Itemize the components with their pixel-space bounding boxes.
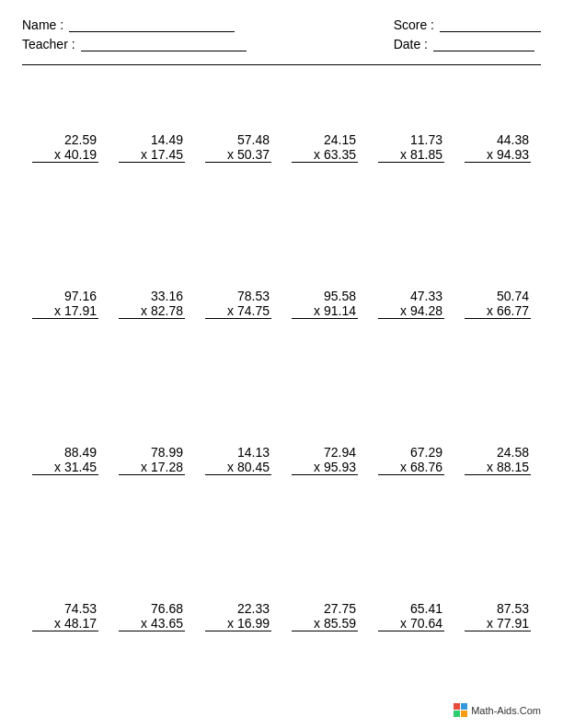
name-label: Name : — [22, 17, 63, 32]
problem-bottom-number: x 74.75 — [205, 303, 271, 319]
problem-3-6: 24.58x 88.15 — [465, 445, 531, 475]
problem-bottom-number: x 31.45 — [32, 460, 98, 475]
problem-bottom-number: x 70.64 — [378, 616, 444, 631]
problem-bottom-number: x 17.45 — [119, 147, 185, 163]
score-line — [440, 17, 541, 32]
problem-2-6: 50.74x 66.77 — [465, 289, 531, 319]
problem-top-number: 14.13 — [237, 445, 271, 460]
problem-top-number: 24.15 — [324, 132, 358, 147]
problem-3-1: 88.49x 31.45 — [32, 445, 98, 475]
header: Name : Teacher : Score : Date : — [22, 17, 541, 51]
date-row: Date : — [394, 36, 541, 51]
problems-area: 22.59x 40.1914.49x 17.4557.48x 50.3724.1… — [22, 65, 541, 698]
problem-2-4: 95.58x 91.14 — [292, 289, 358, 319]
problem-4-2: 76.68x 43.65 — [119, 601, 185, 631]
score-label: Score : — [394, 17, 434, 32]
problem-row-4: 74.53x 48.1776.68x 43.6522.33x 16.9927.7… — [22, 601, 541, 631]
problem-top-number: 97.16 — [64, 289, 98, 303]
problem-bottom-number: x 16.99 — [205, 616, 271, 631]
problem-bottom-number: x 66.77 — [465, 303, 531, 319]
problem-top-number: 76.68 — [151, 601, 185, 616]
problem-bottom-number: x 94.93 — [465, 147, 531, 163]
problem-bottom-number: x 17.91 — [32, 303, 98, 319]
problem-bottom-number: x 81.85 — [378, 147, 444, 163]
problem-bottom-number: x 63.35 — [292, 147, 358, 163]
problem-2-1: 97.16x 17.91 — [32, 289, 98, 319]
logo: Math-Aids.Com — [454, 703, 541, 717]
problem-1-5: 11.73x 81.85 — [378, 132, 444, 163]
logo-text: Math-Aids.Com — [471, 705, 541, 716]
problem-top-number: 22.33 — [237, 601, 271, 616]
problem-1-3: 57.48x 50.37 — [205, 132, 271, 163]
problem-1-1: 22.59x 40.19 — [32, 132, 98, 163]
problem-3-5: 67.29x 68.76 — [378, 445, 444, 475]
problem-2-2: 33.16x 82.78 — [119, 289, 185, 319]
problem-2-5: 47.33x 94.28 — [378, 289, 444, 319]
problem-bottom-number: x 48.17 — [32, 616, 98, 631]
logo-cell-1 — [454, 703, 460, 710]
problem-top-number: 44.38 — [497, 132, 531, 147]
problem-top-number: 57.48 — [237, 132, 271, 147]
name-row: Name : — [22, 17, 247, 32]
problem-bottom-number: x 17.28 — [119, 460, 185, 475]
logo-cell-2 — [461, 703, 467, 710]
problem-4-5: 65.41x 70.64 — [378, 601, 444, 631]
problem-bottom-number: x 68.76 — [378, 460, 444, 475]
problem-2-3: 78.53x 74.75 — [205, 289, 271, 319]
problem-top-number: 78.53 — [237, 289, 271, 303]
logo-cell-4 — [461, 711, 467, 717]
problem-bottom-number: x 91.14 — [292, 303, 358, 319]
logo-grid — [454, 703, 467, 717]
problem-top-number: 72.94 — [324, 445, 358, 460]
problem-top-number: 87.53 — [497, 601, 531, 616]
problem-top-number: 24.58 — [497, 445, 531, 460]
problem-4-1: 74.53x 48.17 — [32, 601, 98, 631]
problem-bottom-number: x 88.15 — [465, 460, 531, 475]
problem-1-2: 14.49x 17.45 — [119, 132, 185, 163]
name-line — [69, 17, 235, 32]
header-left: Name : Teacher : — [22, 17, 247, 51]
problem-3-3: 14.13x 80.45 — [205, 445, 271, 475]
problem-3-4: 72.94x 95.93 — [292, 445, 358, 475]
problem-top-number: 14.49 — [151, 132, 185, 147]
problem-top-number: 11.73 — [410, 132, 444, 147]
problem-4-4: 27.75x 85.59 — [292, 601, 358, 631]
problem-bottom-number: x 82.78 — [119, 303, 185, 319]
score-row: Score : — [394, 17, 541, 32]
problem-bottom-number: x 94.28 — [378, 303, 444, 319]
page: Name : Teacher : Score : Date : 22.59x 4… — [0, 0, 563, 728]
problem-bottom-number: x 40.19 — [32, 147, 98, 163]
date-label: Date : — [394, 37, 428, 51]
problem-row-2: 97.16x 17.9133.16x 82.7878.53x 74.7595.5… — [22, 289, 541, 319]
problem-bottom-number: x 95.93 — [292, 460, 358, 475]
problem-bottom-number: x 77.91 — [465, 616, 531, 631]
problem-row-3: 88.49x 31.4578.99x 17.2814.13x 80.4572.9… — [22, 445, 541, 475]
problem-top-number: 74.53 — [64, 601, 98, 616]
teacher-label: Teacher : — [22, 37, 75, 51]
problem-1-6: 44.38x 94.93 — [465, 132, 531, 163]
problem-bottom-number: x 85.59 — [292, 616, 358, 631]
teacher-line — [81, 36, 247, 51]
problem-4-3: 22.33x 16.99 — [205, 601, 271, 631]
problem-bottom-number: x 80.45 — [205, 460, 271, 475]
problem-top-number: 50.74 — [497, 289, 531, 303]
problem-top-number: 88.49 — [64, 445, 98, 460]
problem-row-1: 22.59x 40.1914.49x 17.4557.48x 50.3724.1… — [22, 132, 541, 163]
problem-1-4: 24.15x 63.35 — [292, 132, 358, 163]
problem-3-2: 78.99x 17.28 — [119, 445, 185, 475]
problem-bottom-number: x 50.37 — [205, 147, 271, 163]
header-right: Score : Date : — [394, 17, 541, 51]
problem-top-number: 27.75 — [324, 601, 358, 616]
problem-4-6: 87.53x 77.91 — [465, 601, 531, 631]
logo-cell-3 — [454, 711, 460, 717]
problem-top-number: 33.16 — [151, 289, 185, 303]
problem-top-number: 67.29 — [410, 445, 444, 460]
problem-top-number: 22.59 — [64, 132, 98, 147]
problem-top-number: 78.99 — [151, 445, 185, 460]
teacher-row: Teacher : — [22, 36, 247, 51]
problem-top-number: 47.33 — [410, 289, 444, 303]
date-line — [433, 36, 534, 51]
problem-bottom-number: x 43.65 — [119, 616, 185, 631]
problem-top-number: 95.58 — [324, 289, 358, 303]
problem-top-number: 65.41 — [410, 601, 444, 616]
